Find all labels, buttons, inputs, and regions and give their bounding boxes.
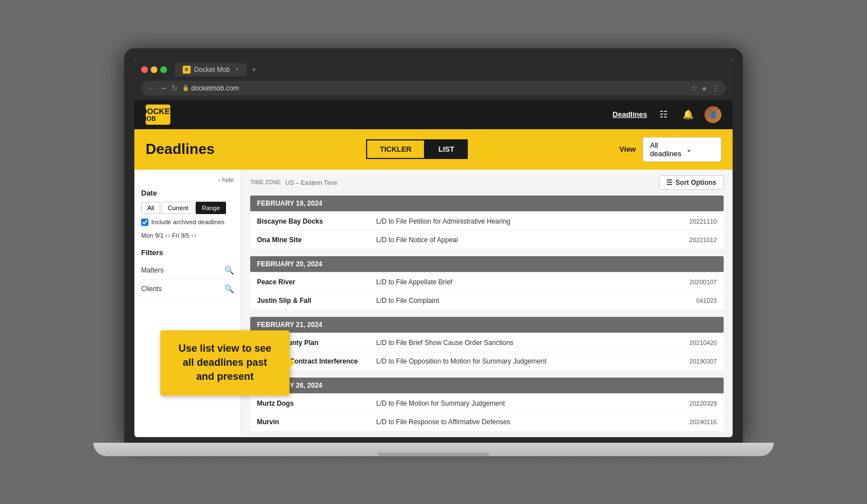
- traffic-lights: [141, 66, 167, 73]
- toolbar-row: TIME ZONE US – Eastern Time ☰ Sort Optio…: [250, 175, 724, 190]
- date-group: FEBRUARY 26, 2024Murtz DogsL/D to File M…: [250, 378, 724, 432]
- deadline-description: L/D to File Appellate Brief: [376, 278, 671, 286]
- browser-tabs: D Docket Mob × +: [141, 63, 726, 76]
- date-range-row: Mon 9/1 ‹ › Fri 9/5 ‹ ›: [141, 231, 234, 239]
- date-from-next[interactable]: ›: [168, 231, 170, 239]
- lock-icon: 🔒: [182, 85, 189, 91]
- browser-chrome: D Docket Mob × + ← → ↻ 🔒 docketmob.com: [134, 58, 733, 100]
- deadline-number: 20220329: [678, 400, 717, 407]
- deadline-matter: Biscayne Bay Docks: [257, 217, 369, 225]
- app-topnav: DOCKET MOB Deadlines ☷ 🔔 👤: [134, 100, 733, 129]
- forward-button[interactable]: →: [160, 84, 167, 92]
- notification-icon[interactable]: 🔔: [680, 106, 697, 123]
- tickler-toggle-button[interactable]: TICKLER: [366, 139, 425, 159]
- archive-label: Include archived deadlines: [151, 219, 224, 225]
- logo-mob: MOB: [141, 115, 174, 122]
- deadline-description: L/D to File Petition for Administrative …: [376, 217, 671, 225]
- minimize-button[interactable]: [151, 66, 157, 73]
- deadline-row[interactable]: Biscayne Bay DocksL/D to File Petition f…: [250, 212, 724, 231]
- callout-box: Use list view to see all deadlines past …: [160, 330, 290, 396]
- date-group-header: FEBRUARY 26, 2024: [250, 378, 724, 393]
- main-content: TIME ZONE US – Eastern Time ☰ Sort Optio…: [241, 170, 733, 437]
- avatar-image: 👤: [705, 106, 721, 123]
- deadlines-nav-link[interactable]: Deadlines: [613, 110, 647, 119]
- account-icon[interactable]: ●: [702, 84, 707, 93]
- url-display[interactable]: 🔒 docketmob.com: [182, 84, 686, 92]
- date-to-prev[interactable]: ‹: [191, 231, 193, 239]
- sidebar-hide-button[interactable]: ‹ hide: [141, 176, 234, 183]
- new-tab-button[interactable]: +: [251, 65, 256, 75]
- header-right: View All deadlines ⌄: [620, 137, 721, 162]
- close-button[interactable]: [141, 66, 148, 73]
- sort-icon: ☰: [666, 179, 672, 187]
- date-range-button[interactable]: Range: [196, 202, 226, 214]
- address-bar: ← → ↻ 🔒 docketmob.com ☆ ● ⋮: [141, 81, 726, 96]
- date-to: Fri 9/5: [172, 232, 189, 239]
- topnav-right: Deadlines ☷ 🔔 👤: [613, 106, 721, 123]
- chevron-down-icon: ⌄: [686, 145, 714, 153]
- deadline-row[interactable]: Martin County PlanL/D to File Brief Show…: [250, 334, 724, 352]
- date-group: FEBRUARY 20, 2024Peace RiverL/D to File …: [250, 256, 724, 310]
- url-text: docketmob.com: [191, 84, 239, 92]
- deadline-number: 041023: [678, 297, 717, 304]
- matters-search-icon[interactable]: 🔍: [224, 266, 234, 275]
- maximize-button[interactable]: [160, 66, 167, 73]
- deadline-matter: Peace River: [257, 278, 369, 286]
- sidebar-date-label: Date: [141, 189, 234, 197]
- deadline-number: 20190307: [678, 358, 717, 365]
- deadline-description: L/D to File Response to Affirmative Defe…: [376, 418, 671, 426]
- view-toggle: TICKLER LIST: [366, 139, 468, 159]
- laptop-base: [93, 443, 774, 456]
- archive-checkbox[interactable]: [141, 219, 148, 226]
- deadline-row[interactable]: MurvinL/D to File Response to Affirmativ…: [250, 413, 724, 432]
- deadline-number: 20221110: [678, 218, 717, 225]
- deadline-row[interactable]: Murtz DogsL/D to File Motion for Summary…: [250, 394, 724, 413]
- list-toggle-button[interactable]: LIST: [425, 139, 468, 159]
- deadline-row[interactable]: Peace RiverL/D to File Appellate Brief20…: [250, 273, 724, 292]
- date-filter-buttons: All Current Range: [141, 202, 234, 214]
- archive-checkbox-row: Include archived deadlines: [141, 219, 234, 226]
- deadline-description: L/D to File Brief Show Cause Order Sanct…: [376, 339, 671, 347]
- deadline-row[interactable]: Ona Mine SiteL/D to File Notice of Appea…: [250, 231, 724, 249]
- logo: DOCKET MOB: [146, 105, 171, 125]
- deadline-row[interactable]: Justin Slip & FallL/D to File Complaint0…: [250, 292, 724, 310]
- date-to-next[interactable]: ›: [194, 231, 196, 239]
- deadline-number: 20221012: [678, 237, 717, 243]
- date-group: FEBRUARY 19, 2024Biscayne Bay DocksL/D t…: [250, 196, 724, 249]
- user-avatar[interactable]: 👤: [705, 106, 721, 123]
- matters-filter-row[interactable]: Matters 🔍: [141, 261, 234, 280]
- deadline-number: 20240116: [678, 419, 717, 425]
- deadline-description: L/D to File Opposition to Motion for Sum…: [376, 357, 671, 365]
- deadline-row[interactable]: Ferguson Contract InterferenceL/D to Fil…: [250, 352, 724, 371]
- browser-tab[interactable]: D Docket Mob ×: [175, 63, 247, 76]
- date-all-button[interactable]: All: [141, 202, 160, 214]
- menu-icon[interactable]: ⋮: [711, 84, 719, 93]
- tab-close-button[interactable]: ×: [236, 66, 239, 72]
- list-icon[interactable]: ☷: [655, 106, 672, 123]
- timezone-value: US – Eastern Time: [285, 179, 337, 186]
- deadline-matter: Murtz Dogs: [257, 399, 369, 407]
- date-from-prev[interactable]: ‹: [165, 231, 168, 239]
- page-title: Deadlines: [146, 140, 215, 158]
- filter-dropdown[interactable]: All deadlines ⌄: [643, 137, 721, 162]
- bookmark-icon[interactable]: ☆: [690, 84, 698, 93]
- sort-options-button[interactable]: ☰ Sort Options: [659, 175, 724, 190]
- deadline-description: L/D to File Motion for Summary Judgement: [376, 399, 671, 407]
- clients-search-icon[interactable]: 🔍: [224, 284, 234, 293]
- date-group-header: FEBRUARY 19, 2024: [250, 196, 724, 211]
- deadline-matter: Justin Slip & Fall: [257, 297, 369, 305]
- deadline-matter: Ona Mine Site: [257, 236, 369, 244]
- clients-label: Clients: [141, 285, 162, 293]
- date-current-button[interactable]: Current: [161, 202, 195, 214]
- deadline-number: 20200107: [678, 279, 717, 285]
- deadline-matter: Murvin: [257, 418, 369, 426]
- date-group: FEBRUARY 21, 2024Martin County PlanL/D t…: [250, 317, 724, 371]
- app-body: ‹ hide Date All Current Range Include ar…: [134, 170, 733, 437]
- refresh-button[interactable]: ↻: [171, 84, 178, 92]
- date-group-header: FEBRUARY 21, 2024: [250, 317, 724, 333]
- timezone-info: TIME ZONE US – Eastern Time: [250, 179, 337, 186]
- filters-label: Filters: [141, 248, 234, 257]
- browser-nav-icons: ☆ ● ⋮: [690, 84, 719, 93]
- back-button[interactable]: ←: [148, 84, 155, 92]
- clients-filter-row[interactable]: Clients 🔍: [141, 280, 234, 298]
